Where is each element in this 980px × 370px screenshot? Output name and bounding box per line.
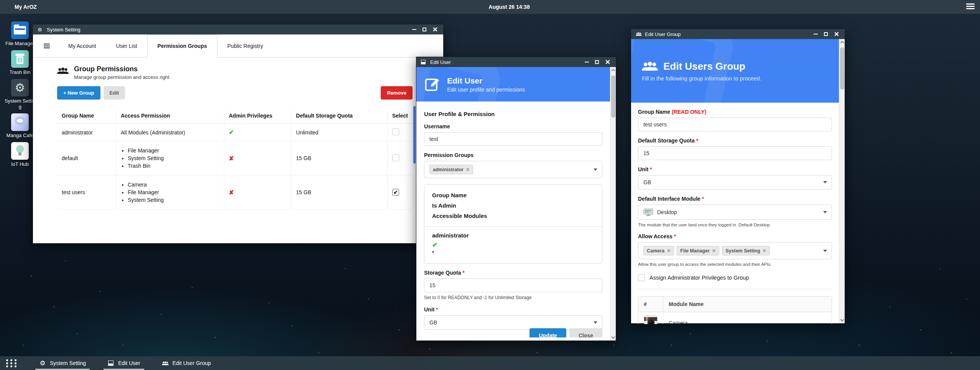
assign-admin-checkbox[interactable] bbox=[638, 274, 645, 281]
edit-user-form: User Profile & Permission Username Permi… bbox=[416, 102, 616, 337]
group-info-label: Group Name bbox=[432, 190, 594, 200]
settings-tabbar: My AccountUser ListPermission GroupsPubl… bbox=[33, 34, 443, 57]
row-select-checkbox[interactable] bbox=[392, 128, 399, 135]
edit-user-titlebar[interactable]: Edit User ✕ bbox=[416, 57, 616, 67]
unit-select[interactable]: GB bbox=[424, 315, 602, 330]
maximize-icon[interactable] bbox=[824, 32, 828, 36]
system-setting-titlebar[interactable]: ⚙ System Setting ✕ bbox=[33, 25, 443, 34]
tab-public-registry[interactable]: Public Registry bbox=[217, 34, 273, 57]
username-input[interactable] bbox=[424, 132, 602, 146]
row-select-checkbox[interactable]: ✔ bbox=[392, 189, 399, 196]
my-aroz-menu[interactable]: My ArOZ bbox=[15, 4, 37, 10]
table-row: defaultFile ManagerSystem SettingTrash B… bbox=[57, 141, 413, 175]
close-icon[interactable]: ✕ bbox=[432, 26, 438, 33]
unit-select[interactable]: GB bbox=[638, 175, 832, 190]
chip-file-manager: File Manager✕ bbox=[677, 246, 719, 255]
taskbar-items: ⚙System SettingEdit UserEdit User Group bbox=[23, 356, 216, 370]
group-name-label: Group Name bbox=[638, 109, 670, 115]
close-icon[interactable]: ✕ bbox=[605, 59, 610, 65]
settings-tabs: My AccountUser ListPermission GroupsPubl… bbox=[58, 34, 273, 57]
scrollbar-thumb[interactable] bbox=[840, 47, 844, 90]
readonly-tag: (READ ONLY) bbox=[672, 109, 707, 115]
camera-module-icon bbox=[644, 315, 658, 324]
chip-remove-icon[interactable]: ✕ bbox=[712, 248, 716, 254]
window-title: System Setting bbox=[47, 27, 412, 33]
group-info-box: Group NameIs AdminAccessible Modules adm… bbox=[424, 184, 602, 264]
scrollbar-thumb[interactable] bbox=[611, 75, 615, 118]
minimize-icon[interactable] bbox=[412, 29, 416, 30]
group-name-cell: test users bbox=[57, 175, 116, 210]
select-cell bbox=[387, 124, 413, 141]
column-header: Group Name bbox=[57, 108, 116, 124]
minimize-icon[interactable] bbox=[814, 34, 818, 34]
tab-user-list[interactable]: User List bbox=[106, 34, 147, 57]
cross-icon: ✘ bbox=[229, 189, 234, 196]
banner-subtitle: Edit user profile and permissions bbox=[447, 87, 525, 93]
taskbar-item-label: Edit User bbox=[118, 360, 140, 366]
edit-user-window: Edit User ✕ Edit User Edit user profile … bbox=[416, 57, 616, 341]
tab-my-account[interactable]: My Account bbox=[58, 34, 106, 57]
unit-label: Unit bbox=[424, 306, 434, 313]
new-group-button[interactable]: + New Group bbox=[57, 86, 100, 100]
row-select-checkbox[interactable] bbox=[392, 154, 399, 161]
window-icon bbox=[421, 59, 427, 65]
maximize-icon[interactable] bbox=[595, 60, 599, 64]
remove-group-button[interactable]: Remove bbox=[381, 86, 413, 100]
maximize-icon[interactable] bbox=[423, 28, 426, 31]
settings-scrollbar-thumb[interactable] bbox=[413, 106, 416, 164]
desktop-icon-label: System Setting bbox=[4, 98, 36, 110]
section-title: User Profile & Permission bbox=[424, 111, 602, 117]
desktop-icon-label: File Manager bbox=[4, 41, 36, 46]
permission-groups-multiselect[interactable]: administrator✕ bbox=[424, 161, 602, 178]
default-interface-module-select[interactable]: Desktop bbox=[638, 205, 832, 220]
default-storage-quota-input[interactable] bbox=[638, 146, 832, 160]
hamburger-menu-icon[interactable] bbox=[966, 3, 975, 10]
top-menubar: My ArOZ August 26 14:38 bbox=[0, 0, 980, 14]
minimize-icon[interactable] bbox=[585, 62, 589, 62]
allow-access-label: Allow Access bbox=[638, 233, 673, 239]
app-grid-icon[interactable] bbox=[6, 359, 18, 367]
edit-group-button[interactable]: Edit bbox=[104, 86, 125, 100]
banner-subtitle: Fill in the following group information … bbox=[642, 75, 834, 82]
check-icon: ✔ bbox=[229, 129, 234, 136]
select-cell: ✔ bbox=[387, 175, 413, 210]
chip-administrator: administrator✕ bbox=[429, 165, 473, 174]
window-title: Edit User Group bbox=[645, 31, 814, 37]
scroll-down-icon[interactable] bbox=[612, 335, 615, 339]
banner-title: Edit User bbox=[447, 76, 525, 85]
close-icon[interactable]: ✕ bbox=[834, 31, 839, 38]
is-admin-check-icon: ✔ bbox=[432, 241, 594, 249]
tab-permission-groups[interactable]: Permission Groups bbox=[147, 34, 217, 57]
page-subtitle: Manage group permission and access right bbox=[74, 74, 169, 80]
edit-user-group-scrollbar[interactable] bbox=[839, 39, 845, 323]
taskbar-item-edit-user[interactable]: Edit User bbox=[102, 356, 146, 370]
accessible-modules-value: * bbox=[432, 250, 594, 255]
edit-user-scrollbar[interactable] bbox=[610, 67, 616, 341]
group-name-input[interactable] bbox=[638, 118, 832, 131]
chip-remove-icon[interactable]: ✕ bbox=[763, 248, 766, 254]
module-table: #Module Name Camera bbox=[638, 296, 832, 324]
update-button[interactable]: Update bbox=[529, 328, 566, 337]
users-icon bbox=[642, 61, 658, 72]
close-button[interactable]: Close bbox=[569, 328, 602, 337]
taskbar-item-system-setting[interactable]: ⚙System Setting bbox=[34, 356, 91, 370]
sidebar-toggle-icon[interactable] bbox=[44, 43, 50, 49]
group-name-cell: default bbox=[57, 141, 116, 175]
chip-remove-icon[interactable]: ✕ bbox=[667, 248, 671, 254]
taskbar-item-edit-user-group[interactable]: Edit User Group bbox=[156, 356, 216, 370]
edit-user-group-form: Group Name (READ ONLY) Default Storage Q… bbox=[631, 103, 845, 324]
trash-bin-icon bbox=[11, 50, 29, 68]
scroll-up-icon[interactable] bbox=[840, 41, 844, 45]
edit-user-group-titlebar[interactable]: Edit User Group ✕ bbox=[631, 29, 845, 39]
chip-camera: Camera✕ bbox=[643, 246, 674, 255]
scroll-up-icon[interactable] bbox=[612, 69, 615, 73]
chevron-down-icon bbox=[823, 181, 827, 183]
cross-icon: ✘ bbox=[229, 155, 234, 162]
allow-access-multiselect[interactable]: Camera✕File Manager✕System Setting✕ bbox=[638, 242, 832, 259]
storage-quota-cell: Unlimited bbox=[291, 124, 388, 141]
storage-quota-input[interactable] bbox=[424, 278, 602, 292]
chip-remove-icon[interactable]: ✕ bbox=[466, 167, 470, 172]
scroll-down-icon[interactable] bbox=[840, 318, 844, 322]
column-header: Admin Privileges bbox=[224, 108, 291, 124]
gear-icon: ⚙ bbox=[39, 360, 45, 367]
